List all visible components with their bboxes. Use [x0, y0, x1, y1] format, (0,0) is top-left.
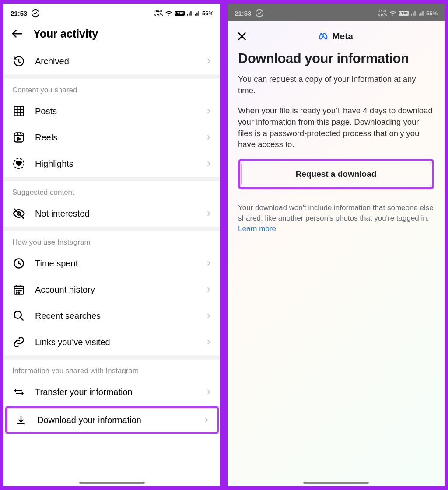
item-highlights[interactable]: Highlights — [4, 150, 220, 177]
svg-point-0 — [32, 10, 39, 17]
item-reels[interactable]: Reels — [4, 124, 220, 150]
svg-point-10 — [16, 292, 17, 293]
status-time: 21:53 — [234, 10, 251, 17]
item-label: Account history — [35, 285, 196, 295]
section-separator — [4, 227, 220, 231]
svg-rect-1 — [14, 107, 24, 116]
svg-point-8 — [18, 290, 19, 291]
section-separator — [4, 177, 220, 181]
note-text: Your download won't include information … — [238, 203, 434, 222]
status-bar: 21:53 11.0KB/S LTE2 56% — [228, 4, 444, 21]
item-label: Not interested — [35, 209, 196, 219]
signal-icon — [418, 10, 424, 16]
item-download-info[interactable]: Download your information — [5, 406, 219, 434]
chevron-right-icon — [206, 339, 212, 345]
chevron-right-icon — [206, 134, 212, 140]
request-download-highlight: Request a download — [238, 159, 434, 189]
request-download-button[interactable]: Request a download — [241, 162, 431, 186]
item-recent-searches[interactable]: Recent searches — [4, 303, 220, 329]
chevron-right-icon — [206, 287, 212, 293]
lte-badge-icon: LTE2 — [399, 11, 409, 16]
section-suggested: Suggested content — [4, 181, 220, 200]
link-icon — [13, 336, 25, 348]
item-label: Reels — [35, 133, 196, 143]
reels-icon — [13, 131, 25, 144]
bottom-sheet: Meta Download your information You can r… — [228, 21, 444, 486]
item-transfer-info[interactable]: Transfer your information — [4, 379, 220, 405]
chevron-right-icon — [206, 260, 212, 266]
sheet-title: Download your information — [238, 51, 434, 66]
svg-rect-2 — [14, 133, 24, 142]
checkmark-circle-icon — [255, 8, 264, 18]
highlights-icon — [13, 158, 25, 170]
sheet-header: Meta — [228, 21, 444, 46]
item-account-history[interactable]: Account history — [4, 276, 220, 303]
status-time: 21:53 — [10, 10, 27, 17]
transfer-arrows-icon — [13, 386, 25, 398]
sheet-paragraph-2: When your file is ready you'll have 4 da… — [238, 105, 434, 150]
item-label: Transfer your information — [35, 387, 196, 397]
phone-screen-download-info: 21:53 11.0KB/S LTE2 56% Meta Download yo… — [226, 2, 446, 488]
item-links-visited[interactable]: Links you've visited — [4, 329, 220, 355]
page-header: Your activity — [4, 21, 220, 48]
signal-icon — [410, 10, 416, 16]
section-separator — [4, 74, 220, 79]
item-label: Highlights — [35, 159, 196, 169]
brand-text: Meta — [332, 31, 353, 42]
clock-icon — [13, 257, 25, 270]
search-icon — [13, 310, 25, 322]
section-info-shared: Information you shared with Instagram — [4, 360, 220, 379]
back-arrow-icon[interactable] — [10, 27, 24, 40]
status-battery: 56% — [426, 10, 438, 17]
section-content-shared: Content you shared — [4, 79, 220, 98]
calendar-icon — [13, 284, 25, 296]
sheet-paragraph-1: You can request a copy of your informati… — [238, 74, 434, 96]
item-label: Posts — [35, 106, 196, 116]
lte-badge-icon: LTE2 — [175, 11, 185, 16]
chevron-right-icon — [206, 108, 212, 114]
wifi-icon — [165, 9, 173, 17]
item-label: Time spent — [35, 259, 196, 269]
learn-more-link[interactable]: Learn more — [238, 224, 276, 233]
chevron-right-icon — [206, 161, 212, 167]
signal-icon — [194, 10, 200, 16]
section-usage: How you use Instagram — [4, 231, 220, 250]
svg-point-12 — [14, 312, 21, 318]
item-label: Recent searches — [35, 311, 196, 321]
close-icon[interactable] — [236, 31, 248, 42]
sheet-note: Your download won't include information … — [238, 203, 434, 234]
svg-point-13 — [256, 10, 263, 17]
history-icon — [13, 55, 25, 67]
nav-indicator — [79, 482, 145, 484]
meta-logo-icon — [319, 31, 330, 42]
item-label: Archived — [35, 56, 196, 66]
svg-point-11 — [18, 292, 19, 293]
item-posts[interactable]: Posts — [4, 98, 220, 124]
chevron-right-icon — [203, 417, 210, 423]
svg-point-7 — [16, 290, 17, 291]
status-data-rate: 11.0KB/S — [378, 9, 387, 17]
item-label: Download your information — [37, 415, 194, 425]
chevron-right-icon — [206, 58, 212, 64]
section-separator — [4, 355, 220, 360]
phone-screen-your-activity: 21:53 34.0KB/S LTE2 56% Your activity Ar… — [2, 2, 222, 488]
checkmark-circle-icon — [31, 8, 40, 18]
grid-icon — [13, 105, 25, 117]
signal-icon — [186, 10, 192, 16]
meta-brand: Meta — [319, 31, 353, 42]
item-time-spent[interactable]: Time spent — [4, 250, 220, 276]
wifi-icon — [389, 9, 397, 17]
page-title: Your activity — [33, 28, 98, 40]
item-not-interested[interactable]: Not interested — [4, 200, 220, 227]
chevron-right-icon — [206, 389, 212, 395]
item-archived[interactable]: Archived — [4, 48, 220, 74]
chevron-right-icon — [206, 210, 212, 217]
nav-indicator — [303, 482, 369, 484]
status-bar: 21:53 34.0KB/S LTE2 56% — [4, 4, 220, 21]
item-label: Links you've visited — [35, 337, 196, 347]
svg-point-9 — [21, 290, 21, 291]
status-battery: 56% — [202, 10, 214, 17]
status-data-rate: 34.0KB/S — [154, 9, 163, 17]
eye-off-icon — [12, 207, 25, 220]
download-icon — [15, 414, 27, 426]
